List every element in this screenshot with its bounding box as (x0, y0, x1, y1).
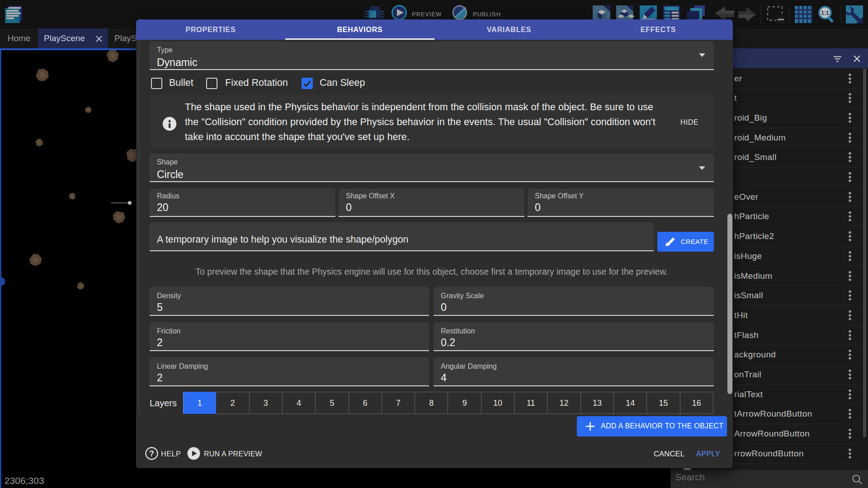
svg-text:?: ? (149, 449, 154, 458)
svg-text:1:1: 1:1 (821, 10, 829, 16)
